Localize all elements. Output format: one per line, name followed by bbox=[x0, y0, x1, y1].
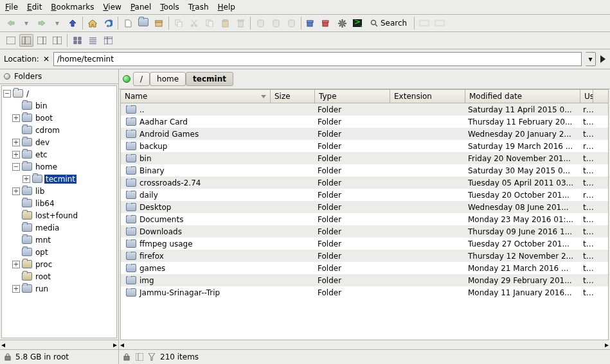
table-row[interactable]: firefoxFolderThursday 12 November 2...te… bbox=[121, 250, 608, 262]
table-row[interactable]: imgFolderMonday 29 February 201...tecmin… bbox=[121, 274, 608, 286]
table-row[interactable]: binFolderFriday 20 November 201...tecmin… bbox=[121, 152, 608, 164]
collapse-icon[interactable]: − bbox=[12, 163, 20, 171]
refresh-button[interactable] bbox=[101, 17, 115, 30]
tree-item[interactable]: +tecmint bbox=[2, 173, 116, 185]
close-location-icon[interactable]: ✕ bbox=[43, 55, 49, 64]
table-row[interactable]: crossroads-2.74FolderTuesday 05 April 20… bbox=[121, 177, 608, 189]
tree-item[interactable]: cdrom bbox=[2, 124, 116, 136]
col-header-size[interactable]: Size bbox=[271, 90, 315, 103]
file-list[interactable]: Name Size Type Extension Modified date U… bbox=[120, 89, 609, 340]
expand-icon[interactable]: + bbox=[12, 187, 20, 195]
col-header-user[interactable]: User bbox=[580, 90, 593, 103]
table-row[interactable]: DocumentsFolderMonday 23 May 2016 01:...… bbox=[121, 213, 608, 225]
table-row[interactable]: DownloadsFolderThursday 09 June 2016 1..… bbox=[121, 225, 608, 238]
breadcrumb-item[interactable]: home bbox=[150, 72, 186, 86]
expand-icon[interactable]: + bbox=[12, 151, 20, 159]
layout-dual-button[interactable] bbox=[50, 34, 64, 47]
table-row[interactable]: DesktopFolderWednesday 08 June 201...tec… bbox=[121, 201, 608, 213]
menu-edit[interactable]: Edit bbox=[27, 3, 42, 12]
next-pane-button[interactable] bbox=[433, 17, 447, 30]
table-row[interactable]: gamesFolderMonday 21 March 2016 ...tecmi… bbox=[121, 262, 608, 274]
db1-button[interactable] bbox=[253, 17, 267, 30]
settings-button[interactable] bbox=[335, 17, 349, 30]
forward-button[interactable] bbox=[35, 17, 49, 30]
table-row[interactable]: ..FolderSaturday 11 April 2015 0...root bbox=[121, 103, 608, 116]
menu-view[interactable]: View bbox=[103, 3, 121, 12]
list-scroll-right[interactable]: ▸ bbox=[605, 340, 609, 349]
delete-button[interactable] bbox=[233, 17, 247, 30]
up-button[interactable] bbox=[66, 17, 80, 30]
filter-panel-icon[interactable] bbox=[136, 353, 143, 361]
menu-file[interactable]: File bbox=[5, 3, 18, 12]
tree-item[interactable]: bin bbox=[2, 100, 116, 112]
tree-item[interactable]: −/ bbox=[2, 87, 116, 100]
col-header-name[interactable]: Name bbox=[121, 90, 271, 103]
tree-item[interactable]: +dev bbox=[2, 136, 116, 148]
terminal-button[interactable]: >_ bbox=[350, 17, 364, 30]
back-dropdown[interactable]: ▾ bbox=[19, 17, 33, 30]
view-icons-button[interactable] bbox=[70, 34, 84, 47]
expand-icon[interactable]: + bbox=[22, 175, 30, 183]
col-header-type[interactable]: Type bbox=[315, 90, 390, 103]
expand-icon[interactable]: + bbox=[12, 139, 20, 146]
menu-bookmarks[interactable]: Bookmarks bbox=[51, 3, 94, 12]
tree-item[interactable]: +etc bbox=[2, 148, 116, 160]
table-row[interactable]: dailyFolderTuesday 20 October 201...root bbox=[121, 189, 608, 201]
tree-scroll-right[interactable]: ▸ bbox=[113, 340, 117, 349]
table-row[interactable]: backupFolderSaturday 19 March 2016 ...ro… bbox=[121, 140, 608, 152]
breadcrumb-item[interactable]: tecmint bbox=[186, 72, 233, 86]
table-row[interactable]: Aadhar CardFolderThursday 11 February 20… bbox=[121, 116, 608, 128]
tree-item[interactable]: +run bbox=[2, 282, 116, 295]
new-folder-button[interactable] bbox=[136, 17, 150, 30]
view-detail-button[interactable] bbox=[101, 34, 115, 47]
db3-button[interactable] bbox=[284, 17, 298, 30]
layout-single-button[interactable] bbox=[4, 34, 18, 47]
copy-button[interactable] bbox=[202, 17, 217, 30]
funnel-icon[interactable] bbox=[148, 353, 155, 361]
back-button[interactable] bbox=[4, 17, 18, 30]
tree-item[interactable]: +proc bbox=[2, 258, 116, 270]
menu-trash[interactable]: Trash bbox=[188, 3, 209, 12]
tree-item[interactable]: opt bbox=[2, 246, 116, 258]
layout-left-tree-button[interactable] bbox=[19, 34, 33, 47]
tree-item[interactable]: lost+found bbox=[2, 209, 116, 221]
tree-item[interactable]: +boot bbox=[2, 112, 116, 124]
table-row[interactable]: Jammu-Srinagar--TripFolderMonday 11 Janu… bbox=[121, 286, 608, 299]
home-button[interactable] bbox=[85, 17, 100, 30]
prev-pane-button[interactable] bbox=[417, 17, 431, 30]
forward-dropdown[interactable]: ▾ bbox=[50, 17, 64, 30]
table-row[interactable]: Android GamesFolderWednesday 20 January … bbox=[121, 128, 608, 140]
menu-tools[interactable]: Tools bbox=[160, 3, 179, 12]
breadcrumb-item[interactable]: / bbox=[133, 72, 150, 86]
extract-button[interactable] bbox=[304, 17, 318, 30]
location-input[interactable] bbox=[53, 52, 582, 66]
new-archive-button[interactable] bbox=[152, 17, 166, 30]
table-row[interactable]: ffmpeg usageFolderTuesday 27 October 201… bbox=[121, 238, 608, 250]
layout-right-tree-button[interactable] bbox=[35, 34, 49, 47]
new-file-button[interactable] bbox=[121, 17, 135, 30]
archive-button[interactable] bbox=[319, 17, 334, 30]
go-icon[interactable] bbox=[600, 55, 606, 64]
menu-panel[interactable]: Panel bbox=[130, 3, 151, 12]
paste-button[interactable] bbox=[218, 17, 232, 30]
cut-button[interactable] bbox=[187, 17, 201, 30]
tree-item[interactable]: mnt bbox=[2, 234, 116, 246]
col-header-mod[interactable]: Modified date bbox=[465, 90, 580, 103]
db2-button[interactable] bbox=[269, 17, 283, 30]
copy-to-button[interactable] bbox=[172, 17, 186, 30]
tree-item[interactable]: +lib bbox=[2, 185, 116, 197]
tree-item[interactable]: root bbox=[2, 270, 116, 282]
tree-item[interactable]: lib64 bbox=[2, 197, 116, 209]
expand-icon[interactable]: + bbox=[12, 114, 20, 122]
collapse-icon[interactable]: − bbox=[3, 90, 11, 98]
menu-help[interactable]: Help bbox=[218, 3, 235, 12]
location-history-dropdown[interactable]: ▾ bbox=[586, 52, 596, 66]
expand-icon[interactable]: + bbox=[12, 261, 20, 268]
breadcrumb-home-icon[interactable] bbox=[123, 75, 130, 83]
tree-item[interactable]: −home bbox=[2, 160, 116, 173]
list-scroll-left[interactable]: ◂ bbox=[120, 340, 124, 349]
search-button[interactable]: Search bbox=[366, 17, 411, 30]
view-list-button[interactable] bbox=[85, 34, 100, 47]
tree-scroll-left[interactable]: ◂ bbox=[1, 340, 5, 349]
tree-item[interactable]: media bbox=[2, 221, 116, 234]
